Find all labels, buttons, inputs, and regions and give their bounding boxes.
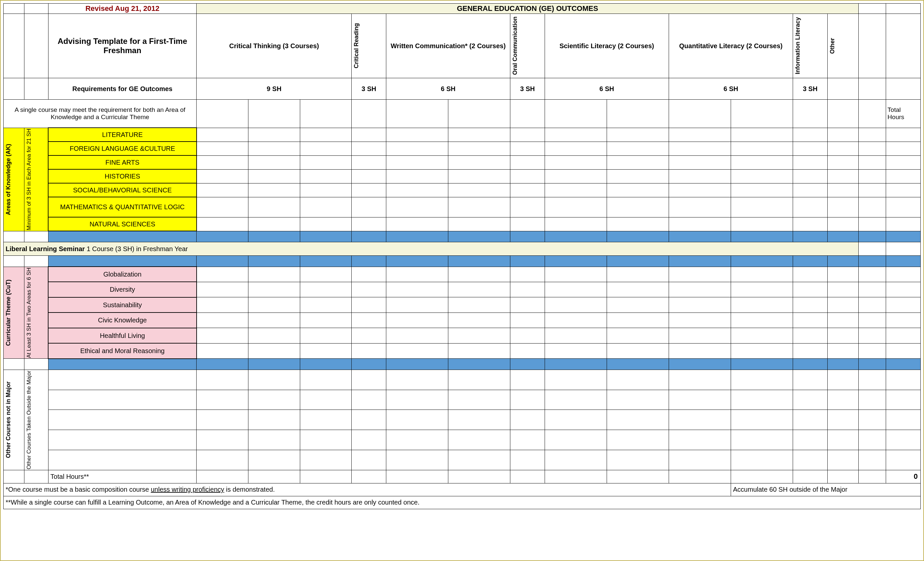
ak-item-0: LITERATURE: [48, 128, 196, 141]
col-critical-thinking: Critical Thinking (3 Courses): [196, 14, 352, 78]
other-row-3: [4, 430, 921, 450]
note-row: A single course may meet the requirement…: [4, 100, 921, 128]
cut-row-0: Curricular Theme (CuT) At Least 3 SH in …: [4, 267, 921, 282]
ak-row-2: FINE ARTS: [4, 155, 921, 169]
footer1b: is demonstrated.: [224, 486, 275, 493]
col-quantitative: Quantitative Literacy (2 Courses): [669, 14, 793, 78]
ak-item-6: NATURAL SCIENCES: [48, 217, 196, 231]
other-row-2: [4, 410, 921, 430]
total-hours-text: Total Hours**: [48, 470, 196, 483]
ak-row-0: Areas of Knowledge (AK) Minimum of 3 SH …: [4, 128, 921, 141]
sh-oc: 3 SH: [510, 78, 545, 100]
other-label: Other Courses not in Major: [5, 382, 12, 458]
total-hours-value: 0: [886, 470, 921, 483]
sh-il: 3 SH: [793, 78, 828, 100]
ak-label: Areas of Knowledge (AK): [5, 144, 12, 215]
col-info-literacy: Information Literacy: [794, 17, 801, 74]
blue-sep-2: [4, 256, 921, 267]
header-row-2: Advising Template for a First-Time Fresh…: [4, 14, 921, 78]
cut-item-4: Healthful Living: [48, 328, 196, 343]
footer-row-1: *One course must be a basic composition …: [4, 483, 921, 496]
col-critical-reading: Critical Reading: [353, 23, 360, 68]
col-other: Other: [829, 38, 836, 54]
cut-label: Curricular Theme (CuT): [5, 280, 12, 346]
col-oral-comm: Oral Communication: [512, 17, 519, 75]
sh-cr: 3 SH: [352, 78, 386, 100]
ge-outcomes-header: GENERAL EDUCATION (GE) OUTCOMES: [196, 4, 859, 14]
ak-item-4: SOCIAL/BEHAVORIAL SCIENCE: [48, 183, 196, 197]
total-hours-label: Total Hours: [886, 100, 921, 128]
sh-sl: 6 SH: [544, 78, 669, 100]
cut-item-5: Ethical and Moral Reasoning: [48, 343, 196, 358]
requirements-label: Requirements for GE Outcomes: [48, 78, 196, 100]
ak-row-3: HISTORIES: [4, 169, 921, 183]
lls-rest: 1 Course (3 SH) in Freshman Year: [85, 245, 188, 253]
advising-template-table: Revised Aug 21, 2012 GENERAL EDUCATION (…: [3, 3, 921, 509]
header-row-1: Revised Aug 21, 2012 GENERAL EDUCATION (…: [4, 4, 921, 14]
template-title: Advising Template for a First-Time Fresh…: [48, 14, 196, 78]
other-row-0: Other Courses not in Major Other Courses…: [4, 370, 921, 390]
lls-bold: Liberal Learning Seminar: [6, 245, 85, 253]
ak-row-1: FOREIGN LANGUAGE &CULTURE: [4, 141, 921, 155]
cut-item-1: Diversity: [48, 282, 196, 297]
col-written-comm: Written Communication* (2 Courses): [386, 14, 510, 78]
sh-ql: 6 SH: [669, 78, 793, 100]
ak-row-4: SOCIAL/BEHAVORIAL SCIENCE: [4, 183, 921, 197]
cut-row-3: Civic Knowledge: [4, 313, 921, 328]
cut-item-3: Civic Knowledge: [48, 313, 196, 328]
cut-item-2: Sustainability: [48, 297, 196, 313]
ak-row-6: NATURAL SCIENCES: [4, 217, 921, 231]
cut-sub: At Least 3 SH in Two Areas for 6 SH: [26, 268, 32, 358]
blue-sep-1: [4, 231, 921, 242]
other-sub: Other Courses Taken Outside the Major: [26, 371, 32, 469]
ak-row-5: MATHEMATICS & QUANTITATIVE LOGIC: [4, 197, 921, 217]
cut-item-0: Globalization: [48, 267, 196, 282]
footer1a: *One course must be a basic composition …: [6, 486, 151, 493]
ak-item-1: FOREIGN LANGUAGE &CULTURE: [48, 141, 196, 155]
total-row: Total Hours** 0: [4, 470, 921, 483]
footer1u: unless writing proficiency: [151, 486, 224, 493]
footer1r: Accumulate 60 SH outside of the Major: [731, 483, 921, 496]
lls-row: Liberal Learning Seminar 1 Course (3 SH)…: [4, 242, 921, 256]
footer2: **While a single course can fulfill a Le…: [4, 496, 921, 509]
revised-date: Revised Aug 21, 2012: [48, 4, 196, 14]
cut-row-4: Healthful Living: [4, 328, 921, 343]
note-text: A single course may meet the requirement…: [4, 100, 196, 128]
ak-item-5: MATHEMATICS & QUANTITATIVE LOGIC: [48, 197, 196, 217]
ak-item-3: HISTORIES: [48, 169, 196, 183]
footer-row-2: **While a single course can fulfill a Le…: [4, 496, 921, 509]
sh-ct: 9 SH: [196, 78, 352, 100]
cut-row-1: Diversity: [4, 282, 921, 297]
ak-sub: Minimum of 3 SH in Each Area for 21 SH: [26, 129, 32, 230]
cut-row-2: Sustainability: [4, 297, 921, 313]
cut-row-5: Ethical and Moral Reasoning: [4, 343, 921, 358]
sh-wc: 6 SH: [386, 78, 510, 100]
other-row-4: [4, 450, 921, 470]
blue-sep-3: [4, 359, 921, 370]
col-scientific: Scientific Literacy (2 Courses): [544, 14, 669, 78]
ak-item-2: FINE ARTS: [48, 155, 196, 169]
other-row-1: [4, 390, 921, 410]
requirements-row: Requirements for GE Outcomes 9 SH 3 SH 6…: [4, 78, 921, 100]
